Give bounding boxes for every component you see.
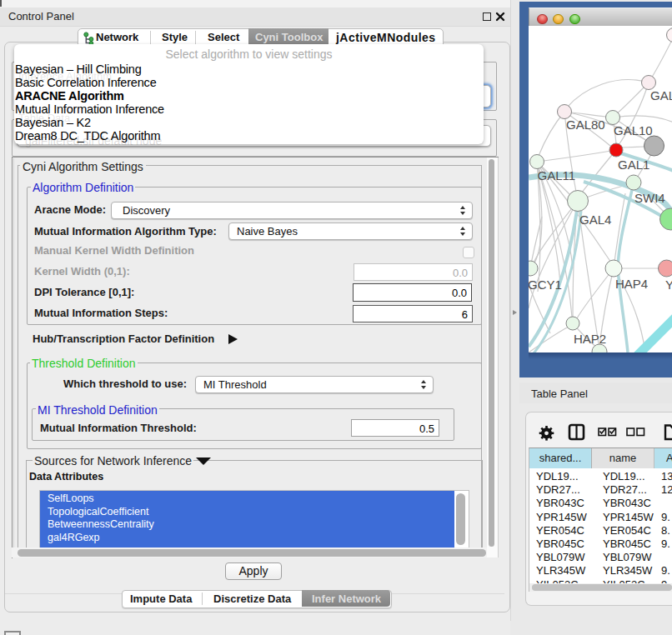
svg-text:GAL1: GAL1 (618, 158, 649, 172)
svg-text:GCY1: GCY1 (529, 278, 562, 292)
svg-text:GAL11: GAL11 (538, 168, 576, 182)
svg-text:SWI4: SWI4 (634, 191, 665, 205)
svg-text:HAP4: HAP4 (615, 277, 648, 291)
svg-text:GAL: GAL (650, 88, 672, 102)
svg-text:HAP2: HAP2 (574, 332, 606, 346)
svg-text:GAL4: GAL4 (579, 212, 611, 227)
svg-text:GAL10: GAL10 (614, 123, 653, 138)
svg-text:Y: Y (665, 278, 672, 292)
svg-text:GAL80: GAL80 (566, 118, 605, 132)
